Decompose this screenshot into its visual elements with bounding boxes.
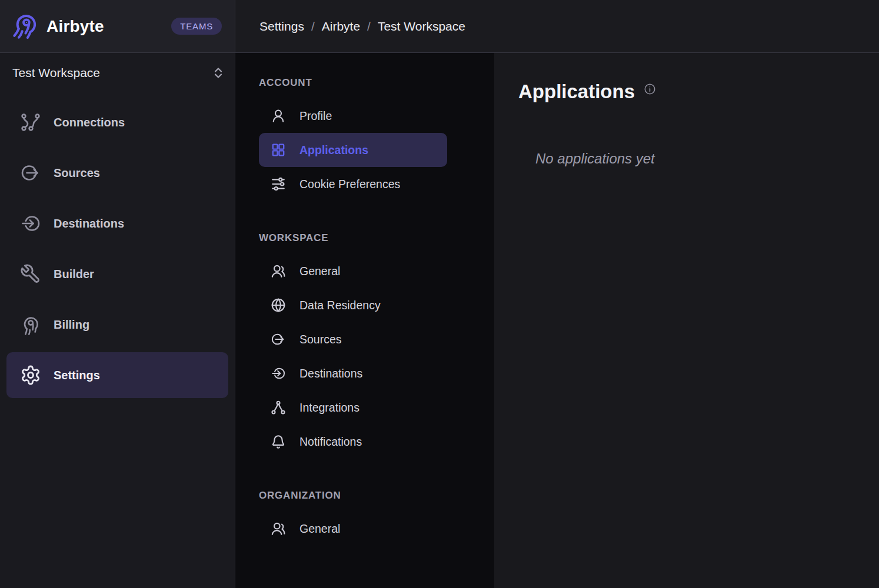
settings-nav-item-label: Applications: [299, 143, 368, 157]
breadcrumb-settings[interactable]: Settings: [259, 19, 304, 34]
bell-icon: [271, 434, 286, 449]
wrench-icon: [20, 263, 41, 285]
settings-nav-item-label: General: [299, 265, 340, 278]
workspace-switcher[interactable]: Test Workspace: [0, 56, 235, 89]
breadcrumb-airbyte[interactable]: Airbyte: [322, 19, 360, 34]
top-bar: Airbyte TEAMS Settings / Airbyte / Test …: [0, 0, 879, 53]
sidebar-item-billing[interactable]: Billing: [6, 302, 228, 348]
main-content: Applications No applications yet: [494, 53, 879, 588]
sidebar-item-label: Builder: [54, 268, 94, 281]
settings-nav-item-label: General: [299, 522, 340, 536]
settings-nav-item-label: Data Residency: [299, 299, 381, 312]
airbyte-app: Airbyte TEAMS Settings / Airbyte / Test …: [0, 0, 879, 588]
top-bar-brand-area: Airbyte TEAMS: [0, 0, 235, 52]
top-bar-breadcrumb-area: Settings / Airbyte / Test Workspace: [235, 0, 879, 52]
settings-nav-item-label: Cookie Preferences: [299, 178, 400, 191]
page-title: Applications: [518, 81, 635, 103]
breadcrumb-separator: /: [311, 19, 315, 34]
settings-nav: ACCOUNT Profile Applications: [235, 53, 494, 588]
breadcrumb: Settings / Airbyte / Test Workspace: [259, 19, 465, 34]
settings-nav-item-label: Profile: [299, 109, 332, 123]
sliders-icon: [271, 176, 286, 192]
brand-name: Airbyte: [46, 17, 104, 36]
network-icon: [271, 400, 286, 415]
section-title-account: ACCOUNT: [259, 76, 471, 89]
sidebar-item-label: Destinations: [54, 217, 124, 230]
sidebar-item-settings[interactable]: Settings: [6, 352, 228, 398]
section-title-organization: ORGANIZATION: [259, 489, 471, 502]
info-icon[interactable]: [644, 83, 656, 95]
grid-icon: [271, 142, 286, 158]
teams-badge: TEAMS: [171, 18, 222, 35]
source-arrow-icon: [20, 162, 41, 183]
workspace-name: Test Workspace: [12, 66, 100, 80]
destination-arrow-icon: [271, 366, 286, 381]
sidebar-item-label: Settings: [54, 369, 100, 382]
settings-nav-item-general-workspace[interactable]: General: [259, 254, 447, 288]
settings-nav-item-data-residency[interactable]: Data Residency: [259, 288, 447, 322]
sidebar-item-label: Sources: [54, 166, 100, 180]
sidebar: Test Workspace Connections: [0, 53, 235, 588]
sidebar-item-builder[interactable]: Builder: [6, 251, 228, 297]
chevrons-up-down-icon: [211, 66, 225, 80]
globe-icon: [271, 298, 286, 313]
empty-state-message: No applications yet: [518, 151, 855, 167]
settings-nav-item-label: Destinations: [299, 367, 362, 380]
breadcrumb-separator: /: [367, 19, 371, 34]
sidebar-nav: Connections Sources De: [0, 99, 235, 398]
settings-nav-item-applications[interactable]: Applications: [259, 133, 447, 167]
settings-nav-item-sources[interactable]: Sources: [259, 322, 447, 356]
settings-nav-item-destinations[interactable]: Destinations: [259, 356, 447, 390]
sidebar-item-destinations[interactable]: Destinations: [6, 201, 228, 246]
settings-nav-item-label: Sources: [299, 333, 342, 346]
octopus-icon: [20, 314, 41, 335]
section-title-workspace: WORKSPACE: [259, 232, 471, 244]
users-icon: [271, 521, 286, 536]
settings-nav-item-notifications[interactable]: Notifications: [259, 425, 447, 459]
settings-nav-item-cookie-preferences[interactable]: Cookie Preferences: [259, 167, 447, 201]
settings-nav-item-general-organization[interactable]: General: [259, 512, 447, 546]
sidebar-item-label: Billing: [54, 318, 89, 332]
settings-nav-item-integrations[interactable]: Integrations: [259, 390, 447, 425]
settings-nav-item-label: Integrations: [299, 401, 359, 415]
settings-nav-item-label: Notifications: [299, 435, 362, 449]
settings-nav-item-profile[interactable]: Profile: [259, 99, 447, 133]
source-arrow-icon: [271, 332, 286, 347]
users-icon: [271, 263, 286, 279]
brand[interactable]: Airbyte: [12, 13, 104, 40]
destination-arrow-icon: [20, 213, 41, 234]
airbyte-logo-icon: [12, 13, 39, 40]
breadcrumb-test-workspace[interactable]: Test Workspace: [378, 19, 465, 34]
sidebar-item-label: Connections: [54, 116, 125, 129]
user-icon: [271, 108, 286, 123]
gear-icon: [20, 365, 41, 386]
connections-icon: [20, 112, 41, 133]
sidebar-item-connections[interactable]: Connections: [6, 99, 228, 145]
sidebar-item-sources[interactable]: Sources: [6, 150, 228, 196]
